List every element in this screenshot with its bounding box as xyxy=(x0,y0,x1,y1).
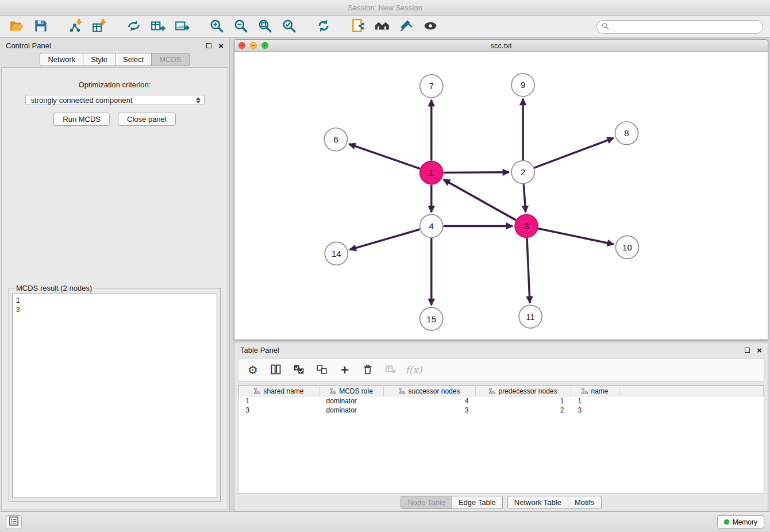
table-cell[interactable]: 1 xyxy=(476,396,571,406)
mcds-result-list[interactable]: 13 xyxy=(12,294,217,498)
network-node-11[interactable]: 11 xyxy=(519,305,542,328)
edge-1-to-6[interactable] xyxy=(349,144,420,169)
style-button[interactable] xyxy=(396,18,416,36)
table-cell[interactable]: 3 xyxy=(384,406,476,415)
table-tab-network-table[interactable]: Network Table xyxy=(507,496,568,509)
network-document-button[interactable] xyxy=(348,18,368,36)
home-button[interactable] xyxy=(372,18,392,36)
dropdown-stepper-icon xyxy=(196,97,201,103)
save-session-button[interactable] xyxy=(31,18,51,36)
deselect-all-columns-button[interactable] xyxy=(313,361,330,379)
optimization-criterion-label: Optimization criterion: xyxy=(6,80,223,89)
table-row[interactable]: 3dominator323 xyxy=(239,406,764,415)
table-cell[interactable]: dominator xyxy=(319,396,384,406)
zoom-selected-button[interactable] xyxy=(279,18,299,36)
task-history-button[interactable] xyxy=(6,515,22,529)
memory-button[interactable]: Memory xyxy=(717,515,764,529)
network-node-1[interactable]: 1 xyxy=(420,161,443,184)
export-network-button[interactable] xyxy=(124,18,144,36)
create-column-button[interactable]: + xyxy=(336,361,353,379)
edge-1-to-2[interactable] xyxy=(444,172,509,173)
table-cell[interactable]: dominator xyxy=(319,406,384,415)
tab-mcds[interactable]: MCDS xyxy=(152,53,189,66)
edge-3-to-11[interactable] xyxy=(527,238,530,303)
column-header-shared-name[interactable]: shared name xyxy=(239,386,319,396)
table-panel-tabs: Node TableEdge TableNetwork TableMotifs xyxy=(234,494,768,511)
table-cell[interactable]: 2 xyxy=(476,406,571,415)
table-cell[interactable]: 1 xyxy=(571,396,619,406)
node-label-2: 2 xyxy=(521,167,525,177)
import-network-button[interactable] xyxy=(66,18,85,36)
column-header-name[interactable]: name xyxy=(571,386,619,396)
network-node-15[interactable]: 15 xyxy=(420,307,443,330)
show-columns-button[interactable] xyxy=(267,361,284,379)
zoom-out-button[interactable] xyxy=(231,18,251,36)
tab-network[interactable]: Network xyxy=(40,53,83,66)
edge-3-to-1[interactable] xyxy=(444,179,516,220)
zoom-in-button[interactable] xyxy=(207,18,226,36)
close-panel-button[interactable]: Close panel xyxy=(118,113,176,126)
table-settings-button[interactable]: ⚙ xyxy=(244,361,261,379)
status-bar: Memory xyxy=(0,511,770,532)
table-cell[interactable]: 3 xyxy=(239,406,319,415)
table-tab-edge-table[interactable]: Edge Table xyxy=(452,496,503,509)
run-mcds-button[interactable]: Run MCDS xyxy=(53,113,110,126)
network-graph[interactable]: 7968124314101511 xyxy=(234,52,768,340)
edge-2-to-3[interactable] xyxy=(523,184,525,213)
import-table-button[interactable] xyxy=(90,18,109,36)
column-tree-icon xyxy=(489,388,495,394)
zoom-window-button[interactable]: + xyxy=(261,42,268,49)
open-session-button[interactable] xyxy=(7,18,26,36)
delete-table-button[interactable] xyxy=(382,361,399,379)
edge-2-to-8[interactable] xyxy=(534,138,614,168)
delete-column-button[interactable] xyxy=(359,361,376,379)
table-cell[interactable]: 1 xyxy=(239,396,319,406)
export-image-button[interactable] xyxy=(172,18,192,36)
column-header-successor-nodes[interactable]: successor nodes xyxy=(384,386,476,396)
export-image-icon xyxy=(175,18,190,35)
table-cell[interactable]: 3 xyxy=(571,406,619,415)
minimize-window-button[interactable]: – xyxy=(250,42,257,49)
network-canvas[interactable]: 7968124314101511 xyxy=(234,52,768,340)
network-node-3[interactable]: 3 xyxy=(515,214,538,237)
column-header-predecessor-nodes[interactable]: predecessor nodes xyxy=(476,386,571,396)
function-builder-button[interactable]: f(x) xyxy=(405,361,422,379)
tab-select[interactable]: Select xyxy=(116,53,152,66)
function-icon: f(x) xyxy=(405,364,422,376)
float-table-panel-icon[interactable] xyxy=(745,348,750,353)
table-tab-node-table[interactable]: Node Table xyxy=(401,496,452,509)
save-floppy-icon xyxy=(33,18,48,35)
show-hide-button[interactable] xyxy=(421,18,440,36)
table-cell[interactable]: 4 xyxy=(384,396,476,406)
zoom-in-icon xyxy=(209,18,224,35)
network-node-10[interactable]: 10 xyxy=(615,236,638,259)
edge-3-to-10[interactable] xyxy=(538,229,614,245)
refresh-layout-button[interactable] xyxy=(314,18,333,36)
export-table-button[interactable] xyxy=(148,18,168,36)
close-panel-icon[interactable]: × xyxy=(218,41,224,50)
zoom-fit-button[interactable] xyxy=(255,18,275,36)
optimization-criterion-select[interactable]: strongly connected component xyxy=(25,95,205,105)
select-all-columns-button[interactable] xyxy=(290,361,307,379)
edge-4-to-14[interactable] xyxy=(349,229,419,249)
network-node-4[interactable]: 4 xyxy=(420,214,443,237)
network-node-8[interactable]: 8 xyxy=(615,122,638,145)
network-node-9[interactable]: 9 xyxy=(511,74,534,97)
table-tab-motifs[interactable]: Motifs xyxy=(568,496,602,509)
float-panel-icon[interactable] xyxy=(206,43,211,48)
column-header-mcds-role[interactable]: MCDS role xyxy=(319,386,384,396)
network-node-6[interactable]: 6 xyxy=(324,128,347,151)
table-row[interactable]: 1dominator411 xyxy=(239,396,764,406)
close-table-panel-icon[interactable]: × xyxy=(757,346,762,354)
search-input[interactable] xyxy=(612,22,758,32)
network-node-2[interactable]: 2 xyxy=(511,161,534,184)
import-table-icon xyxy=(92,18,107,35)
node-table-area: shared nameMCDS rolesuccessor nodesprede… xyxy=(238,385,764,494)
close-window-button[interactable]: × xyxy=(238,42,245,49)
network-node-7[interactable]: 7 xyxy=(420,75,443,98)
search-box[interactable] xyxy=(596,20,763,34)
tab-style[interactable]: Style xyxy=(83,53,116,66)
eye-icon xyxy=(423,18,438,35)
column-tree-icon xyxy=(399,388,405,394)
network-node-14[interactable]: 14 xyxy=(325,242,348,265)
